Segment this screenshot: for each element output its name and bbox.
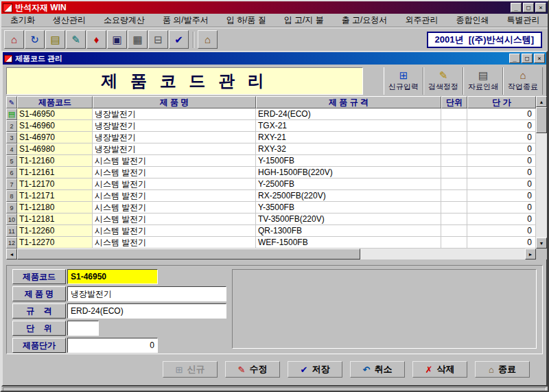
menu-item-3[interactable]: 소요량계산: [95, 14, 154, 26]
menu-item-10[interactable]: 특별관리: [498, 14, 548, 26]
footer-cancel-button[interactable]: ↶취소: [350, 361, 405, 378]
table-row[interactable]: ▤S1-46950냉장발전기ERD-24(ECO)0: [6, 108, 536, 120]
footer-button-label: 수정: [249, 363, 267, 376]
header-product-spec[interactable]: 제 품 규 격: [256, 96, 441, 108]
scroll-left-icon[interactable]: ◄: [6, 249, 17, 260]
minimize-button[interactable]: _: [511, 3, 522, 12]
cell-product-name: 시스템 발전기: [93, 155, 256, 167]
calculator-button[interactable]: ▦: [128, 30, 148, 49]
database-button[interactable]: ▤: [45, 30, 65, 49]
header-unit-price[interactable]: 단 가: [467, 96, 536, 108]
child-maximize-button[interactable]: □: [522, 54, 533, 63]
cell-unit: [441, 202, 467, 214]
table-row[interactable]: 3S1-46970냉장발전기RXY-210: [6, 132, 536, 143]
header-row-marker[interactable]: ✎: [6, 96, 17, 108]
table-row[interactable]: 9T1-12180시스템 발전기Y-3500FB0: [6, 202, 536, 214]
cell-product-spec: HGH-1500FB(220V): [256, 167, 441, 178]
network-icon: ♦: [94, 34, 100, 45]
cell-product-name: 시스템 발전기: [93, 237, 256, 249]
scroll-down-icon[interactable]: ▼: [536, 238, 547, 249]
menu-item-9[interactable]: 종합인쇄: [447, 14, 498, 26]
printer-icon: ⊟: [154, 34, 163, 45]
menu-item-8[interactable]: 외주관리: [396, 14, 447, 26]
footer-save-button[interactable]: ✔저장: [288, 361, 342, 378]
menu-item-4[interactable]: 품 의/발주서: [154, 14, 218, 26]
product-code-input[interactable]: [67, 269, 158, 284]
report-button[interactable]: ✔: [169, 30, 189, 49]
menubar: 초기화생산관리소요량계산품 의/발주서입 하/품 질입 고/지 불출 고/요청서…: [1, 14, 548, 27]
unit-price-input[interactable]: [67, 338, 158, 353]
footer-button-label: 삭제: [436, 363, 454, 376]
monitor-button[interactable]: ▣: [107, 30, 127, 49]
header-product-code[interactable]: 제품코드: [17, 96, 93, 108]
database-icon: ▤: [50, 34, 60, 45]
maximize-button[interactable]: □: [523, 3, 534, 12]
table-row[interactable]: 10T1-12181시스템 발전기TV-3500FB(220V)0: [6, 214, 536, 225]
child-close-button[interactable]: ×: [534, 54, 545, 63]
scroll-up-icon[interactable]: ▲: [536, 96, 547, 107]
scroll-right-icon[interactable]: ►: [525, 249, 536, 260]
cell-product-spec: RXY-32: [256, 143, 441, 155]
action-search-button[interactable]: ✎검색정정: [423, 67, 463, 95]
modify-icon: ✎: [238, 365, 246, 374]
current-record-icon: ▤: [8, 111, 15, 118]
footer-close-button[interactable]: ⌂종료: [475, 361, 530, 378]
table-row[interactable]: 11T1-12260시스템 발전기QR-1300FB0: [6, 225, 536, 237]
init-button[interactable]: ⌂: [4, 30, 24, 49]
row-number-cell: 12: [6, 237, 17, 249]
printer-button[interactable]: ⊟: [148, 30, 168, 49]
table-row[interactable]: 2S1-46960냉장발전기TGX-210: [6, 120, 536, 132]
action-print-button[interactable]: ▤자료인쇄: [463, 67, 503, 95]
child-minimize-button[interactable]: _: [509, 54, 520, 63]
init-icon: ⌂: [11, 34, 17, 45]
cell-unit: [441, 167, 467, 178]
horizontal-scroll-thumb[interactable]: [17, 249, 360, 260]
header-unit[interactable]: 단위: [441, 96, 467, 108]
header-product-name[interactable]: 제 품 명: [93, 96, 256, 108]
field-label-product-name: 제 품 명: [12, 286, 66, 301]
action-button-label: 작업종료: [508, 82, 538, 92]
table-row[interactable]: 6T1-12161시스템 발전기HGH-1500FB(220V)0: [6, 167, 536, 178]
menu-item-7[interactable]: 출 고/요청서: [333, 14, 397, 26]
cell-product-name: 시스템 발전기: [93, 178, 256, 190]
work-close-icon: ⌂: [519, 70, 526, 82]
network-button[interactable]: ♦: [86, 30, 106, 49]
horizontal-scrollbar[interactable]: ◄ ►: [6, 249, 536, 260]
edit-document-button[interactable]: ✎: [66, 30, 86, 49]
table-row[interactable]: 7T1-12170시스템 발전기Y-2500FB0: [6, 178, 536, 190]
cell-product-code: S1-46960: [17, 120, 93, 132]
product-name-input[interactable]: [67, 286, 226, 301]
vertical-scroll-thumb[interactable]: [536, 107, 547, 133]
cell-product-code: T1-12170: [17, 178, 93, 190]
cell-product-spec: Y-3500FB: [256, 202, 441, 214]
vertical-scroll-track[interactable]: [536, 107, 547, 238]
spec-input[interactable]: [67, 303, 226, 319]
footer-button-label: 종료: [498, 363, 516, 376]
refresh-button[interactable]: ↻: [25, 30, 45, 49]
vertical-scrollbar[interactable]: ▲ ▼: [536, 96, 547, 249]
action-new-button[interactable]: ⊞신규입력: [384, 67, 423, 95]
table-row[interactable]: 4S1-46980냉장발전기RXY-320: [6, 143, 536, 155]
action-close-button[interactable]: ⌂작업종료: [503, 67, 543, 95]
menu-item-1[interactable]: 초기화: [1, 14, 44, 26]
horizontal-scroll-track[interactable]: [360, 249, 525, 260]
footer-modify-button[interactable]: ✎수정: [225, 361, 280, 378]
menu-item-5[interactable]: 입 하/품 질: [218, 14, 275, 26]
close-button[interactable]: ×: [535, 3, 546, 12]
app-logo-icon: [3, 3, 12, 12]
footer-delete-button[interactable]: ✗삭제: [412, 361, 467, 378]
status-bar: [3, 387, 546, 391]
new-entry-icon: ⊞: [399, 70, 408, 82]
child-window-title: 제품코드 관리: [15, 54, 508, 64]
table-row[interactable]: 5T1-12160시스템 발전기Y-1500FB0: [6, 155, 536, 167]
child-window-icon: [4, 55, 12, 62]
action-button-label: 자료인쇄: [468, 82, 498, 92]
table-row[interactable]: 8T1-12171시스템 발전기RX-2500FB(220V)0: [6, 190, 536, 202]
unit-input[interactable]: [67, 321, 99, 336]
exit-button[interactable]: ⌂: [198, 30, 218, 49]
row-number-cell: 11: [6, 225, 17, 237]
table-row[interactable]: 12T1-12270시스템 발전기WEF-1500FB0: [6, 237, 536, 249]
menu-item-6[interactable]: 입 고/지 불: [275, 14, 333, 26]
footer-new-button[interactable]: ⊞신규: [163, 361, 218, 378]
menu-item-2[interactable]: 생산관리: [44, 14, 95, 26]
